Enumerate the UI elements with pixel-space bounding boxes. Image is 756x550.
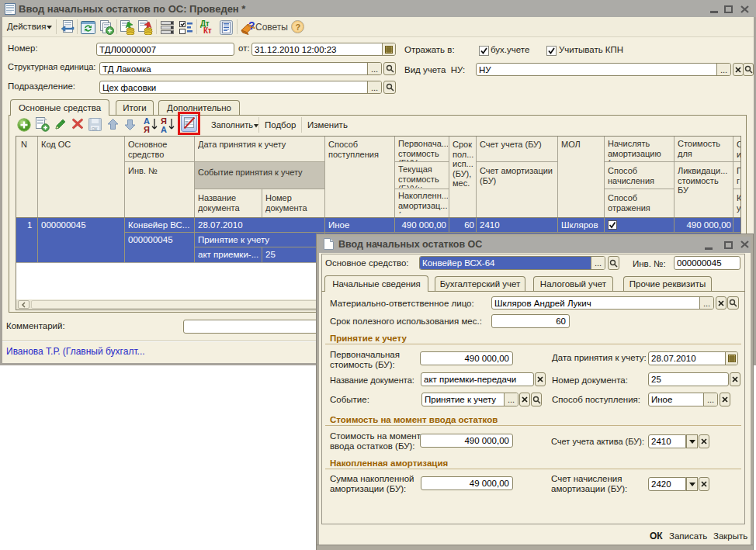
svg-text:Я: Я <box>144 125 150 133</box>
svg-text:?: ? <box>296 22 301 32</box>
svg-text:ОК: ОК <box>92 126 98 131</box>
svg-text:?: ? <box>248 19 255 32</box>
svg-text:А: А <box>161 125 167 133</box>
